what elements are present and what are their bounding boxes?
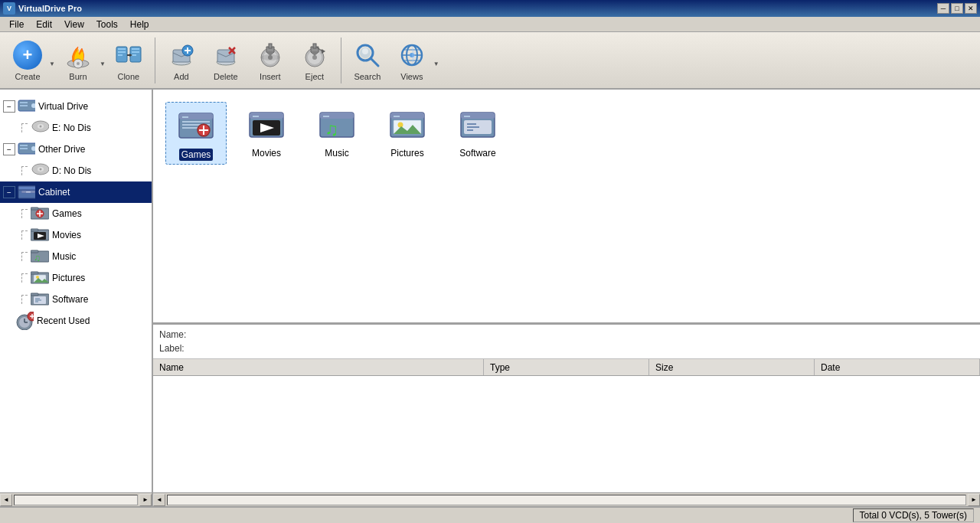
create-circle-icon: + xyxy=(13,41,42,70)
games-folder-label: Games xyxy=(52,208,82,219)
sidebar-item-games[interactable]: Games xyxy=(0,203,152,224)
software-folder-label: Software xyxy=(52,294,88,305)
svg-rect-5 xyxy=(118,48,126,50)
svg-rect-63 xyxy=(26,191,31,193)
svg-rect-33 xyxy=(313,44,316,48)
views-button[interactable]: Views xyxy=(390,34,433,87)
other-drive-label: Other Drive xyxy=(38,144,85,155)
tree-connector-2 xyxy=(21,166,28,175)
svg-point-116 xyxy=(398,123,403,128)
grid-movies-icon xyxy=(247,105,286,145)
recent-used-label: Recent Used xyxy=(37,315,90,326)
grid-item-music[interactable]: ♫ Music xyxy=(306,102,368,165)
details-info: Name: Label: xyxy=(153,325,980,359)
col-type[interactable]: Type xyxy=(484,359,649,375)
svg-rect-48 xyxy=(20,105,28,106)
toggle-cabinet[interactable]: − xyxy=(3,186,15,198)
disc-e-icon xyxy=(31,119,49,137)
svg-rect-114 xyxy=(394,116,400,117)
clone-icon xyxy=(113,40,144,70)
sidebar: − Virtual Drive E: No Dis − xyxy=(0,90,153,492)
minimize-button[interactable]: ─ xyxy=(937,3,949,14)
toggle-virtual-drive[interactable]: − xyxy=(3,100,15,113)
col-size[interactable]: Size xyxy=(649,359,815,375)
insert-button[interactable]: Insert xyxy=(249,34,292,87)
grid-item-games[interactable]: Games xyxy=(165,102,227,165)
burn-button[interactable]: Burn xyxy=(57,34,100,87)
menu-edit[interactable]: Edit xyxy=(30,18,58,31)
toolbar: + Create ▼ Burn ▼ xyxy=(0,32,980,90)
details-label-label: Label: xyxy=(159,343,185,354)
sidebar-item-other-drive[interactable]: − Other Drive xyxy=(0,139,152,160)
sidebar-item-music[interactable]: ♫ Music xyxy=(0,246,152,267)
title-controls: ─ □ ✕ xyxy=(937,3,977,14)
views-dropdown-arrow[interactable]: ▼ xyxy=(433,53,439,67)
sidebar-item-movies[interactable]: Movies xyxy=(0,224,152,246)
scroll-right-btn[interactable]: ► xyxy=(968,494,980,506)
scroll-left: ◄ ► xyxy=(0,493,153,506)
clone-button[interactable]: Clone xyxy=(107,34,150,87)
add-label: Add xyxy=(174,72,189,81)
maximize-button[interactable]: □ xyxy=(951,3,963,14)
grid-pictures-icon xyxy=(387,105,427,145)
col-name[interactable]: Name xyxy=(153,359,484,375)
create-dropdown-arrow[interactable]: ▼ xyxy=(49,53,55,67)
scroll-left-btn[interactable]: ◄ xyxy=(0,494,12,506)
grid-item-pictures[interactable]: Pictures xyxy=(377,102,438,165)
toolbar-separator-1 xyxy=(155,38,155,83)
scroll-right-left-btn[interactable]: ◄ xyxy=(153,494,165,506)
menu-file[interactable]: File xyxy=(3,18,30,31)
sidebar-item-e-disc[interactable]: E: No Dis xyxy=(0,117,152,139)
recent-used-icon xyxy=(15,312,34,330)
scroll-right: ◄ ► xyxy=(153,493,980,506)
games-folder-icon xyxy=(31,204,49,223)
disc-d-icon xyxy=(31,162,49,180)
details-panel: Name: Label: Name Type Size Date xyxy=(153,324,980,492)
delete-button[interactable]: Delete xyxy=(204,34,247,87)
grid-games-label: Games xyxy=(179,149,214,161)
app-title: VirtualDrive Pro xyxy=(18,4,82,13)
delete-label: Delete xyxy=(214,72,238,81)
title-bar: V VirtualDrive Pro ─ □ ✕ xyxy=(0,0,980,17)
scroll-left-right-btn[interactable]: ► xyxy=(139,494,152,506)
search-icon xyxy=(352,40,383,70)
grid-pictures-label: Pictures xyxy=(390,148,423,159)
create-button[interactable]: + Create xyxy=(6,34,49,87)
burn-dropdown-arrow[interactable]: ▼ xyxy=(100,53,106,67)
tree-connector-4 xyxy=(21,230,28,240)
add-button[interactable]: Add xyxy=(160,34,203,87)
col-date[interactable]: Date xyxy=(815,359,980,375)
sidebar-item-pictures[interactable]: Pictures xyxy=(0,267,152,289)
icon-grid: Games Movies xyxy=(153,90,980,324)
sidebar-item-virtual-drive[interactable]: − Virtual Drive xyxy=(0,96,152,117)
svg-rect-96 xyxy=(182,116,188,118)
menu-help[interactable]: Help xyxy=(124,18,155,31)
search-button[interactable]: Search xyxy=(346,34,389,87)
svg-rect-70 xyxy=(31,229,38,231)
details-label-row: Label: xyxy=(159,342,974,355)
virtual-drive-icon xyxy=(17,97,35,116)
menu-tools[interactable]: Tools xyxy=(90,18,124,31)
toggle-other-drive[interactable]: − xyxy=(3,143,15,155)
svg-point-52 xyxy=(40,126,42,128)
eject-button[interactable]: Eject xyxy=(293,34,336,87)
svg-rect-65 xyxy=(31,208,38,210)
sidebar-item-d-disc[interactable]: D: No Dis xyxy=(0,160,152,181)
svg-rect-105 xyxy=(253,116,259,117)
close-button[interactable]: ✕ xyxy=(965,3,977,14)
add-icon xyxy=(166,40,197,70)
details-name-row: Name: xyxy=(159,328,974,342)
scroll-left-track[interactable] xyxy=(14,495,138,505)
sidebar-item-recent-used[interactable]: Recent Used xyxy=(0,310,152,332)
sidebar-item-cabinet[interactable]: − Cabinet xyxy=(0,181,152,203)
grid-item-software[interactable]: Software xyxy=(447,102,508,165)
insert-icon xyxy=(255,40,286,70)
sidebar-item-software[interactable]: Software xyxy=(0,289,152,310)
grid-item-movies[interactable]: Movies xyxy=(236,102,297,165)
svg-rect-28 xyxy=(269,44,272,48)
menu-view[interactable]: View xyxy=(58,18,90,31)
eject-icon xyxy=(299,40,330,70)
create-label: Create xyxy=(15,72,40,81)
details-name-label: Name: xyxy=(159,329,186,340)
scroll-right-track[interactable] xyxy=(167,495,966,505)
